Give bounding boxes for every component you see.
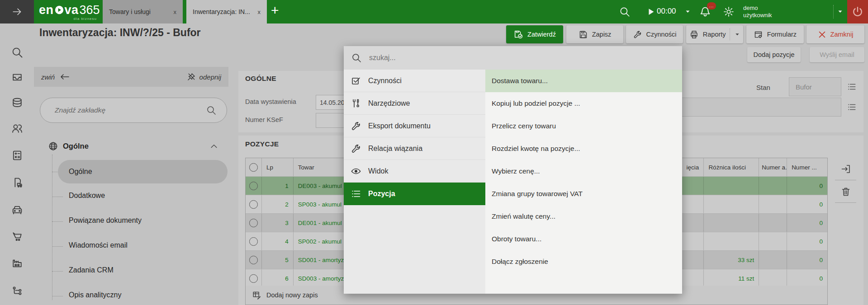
tab-close-icon[interactable]: x xyxy=(253,9,261,15)
close-x-icon xyxy=(818,30,826,39)
sidebar-item-powiazane-dokumenty[interactable]: Powiązane dokumenty xyxy=(69,216,218,227)
export-icon xyxy=(840,164,851,174)
cell-numer: 0 xyxy=(787,269,827,287)
rail-car-icon[interactable] xyxy=(11,204,24,216)
close-button[interactable]: Zamknij xyxy=(806,25,864,43)
submenu-item-zmien-walute[interactable]: Zmień walutę ceny... xyxy=(485,205,682,228)
row-radio[interactable] xyxy=(249,182,258,190)
globe-icon xyxy=(48,141,58,151)
play-icon[interactable] xyxy=(646,7,656,17)
rail-factory-icon[interactable] xyxy=(11,256,24,269)
menu-item-widok[interactable]: Widok xyxy=(344,160,485,183)
cell-numer: 0 xyxy=(787,177,827,195)
column-header-numer-a[interactable]: Numer a... xyxy=(759,158,787,176)
state-label: Stan xyxy=(756,84,770,91)
reports-dropdown-button[interactable] xyxy=(731,32,743,37)
unpin-button[interactable]: odepnij xyxy=(187,72,221,81)
button-label: Zapisz xyxy=(592,31,612,38)
menu-item-pozycja[interactable]: Pozycja xyxy=(344,183,485,205)
tree-group-label: Ogólne xyxy=(63,142,89,150)
rail-search-icon[interactable] xyxy=(11,46,24,59)
printer-icon xyxy=(689,30,699,39)
menu-search-input[interactable] xyxy=(368,53,506,62)
chevron-down-icon[interactable] xyxy=(684,9,691,14)
tab-close-icon[interactable]: x xyxy=(169,9,177,15)
rail-delivery-document-icon[interactable] xyxy=(11,176,24,189)
sidebar-item-wiadomosci-email[interactable]: Wiadomości email xyxy=(69,241,218,252)
submenu-item-zmiana-grupy-vat[interactable]: Zmiana grupy towarowej VAT xyxy=(485,183,682,205)
submenu-item-obroty-towaru[interactable]: Obroty towaru... xyxy=(485,228,682,250)
delete-row-button[interactable] xyxy=(835,180,856,203)
button-divider xyxy=(730,28,730,40)
tree-guide-line xyxy=(52,155,52,300)
timer-clock[interactable]: 00:00 xyxy=(657,7,676,16)
collapse-label[interactable]: zwiń xyxy=(41,73,55,81)
menu-item-czynnosci[interactable]: Czynności xyxy=(344,70,485,92)
tree-group-ogolne[interactable]: Ogólne xyxy=(48,141,89,151)
column-header-numer[interactable]: Numer ... xyxy=(787,158,827,176)
gear-icon[interactable] xyxy=(723,6,735,18)
submenu-item-przelicz-ceny[interactable]: Przelicz ceny towaru xyxy=(485,115,682,137)
submenu-item-rozdziel-kwote[interactable]: Rozdziel kwotę na pozycje... xyxy=(485,137,682,160)
save-button[interactable]: Zapisz xyxy=(566,25,623,43)
submenu-item-label: Dołącz zgłoszenie xyxy=(492,258,548,266)
row-radio[interactable] xyxy=(249,274,258,283)
secondary-list-icon[interactable] xyxy=(847,102,857,112)
menu-item-narzedziowe[interactable]: Narzędziowe xyxy=(344,92,485,115)
export-row-button[interactable] xyxy=(835,158,856,180)
new-tab-button[interactable]: + xyxy=(271,3,279,18)
form-button[interactable]: Formularz xyxy=(746,25,804,43)
rail-calculator-icon[interactable] xyxy=(11,149,24,162)
window-menu-chevron-icon[interactable] xyxy=(837,9,844,14)
cell-lp: 5 xyxy=(262,251,294,269)
send-email-button[interactable]: Wyślij email xyxy=(810,47,864,62)
rail-contacts-icon[interactable] xyxy=(11,122,24,135)
logo-text: va xyxy=(65,3,79,17)
rail-cart-icon[interactable] xyxy=(11,230,24,243)
submenu-item-wybierz-cene[interactable]: Wybierz cenę... xyxy=(485,160,682,183)
search-icon[interactable] xyxy=(619,6,631,18)
submenu-item-label: Rozdziel kwotę na pozycje... xyxy=(492,145,580,153)
row-radio[interactable] xyxy=(249,200,258,209)
rail-database-icon[interactable] xyxy=(11,97,24,109)
row-radio[interactable] xyxy=(249,256,258,264)
menu-item-eksport-dokumentu[interactable]: Eksport dokumentu xyxy=(344,115,485,137)
arrow-left-icon[interactable] xyxy=(59,73,70,81)
column-header-roznica-ilosci[interactable]: Różnica ilości xyxy=(704,158,759,176)
state-list-icon[interactable] xyxy=(847,82,857,92)
reports-button[interactable]: Raporty xyxy=(686,30,729,39)
column-header-lp[interactable]: Lp xyxy=(262,158,294,176)
bookmark-search-input[interactable] xyxy=(54,106,206,115)
user-menu[interactable]: demo użytkownik xyxy=(743,5,772,19)
tab-towary-i-uslugi[interactable]: Towary i usługi x xyxy=(103,0,183,23)
tools-icon xyxy=(351,98,361,109)
sidebar-item-zadania-crm[interactable]: Zadania CRM xyxy=(69,266,218,277)
actions-button[interactable]: Czynności xyxy=(626,25,683,43)
sidebar-item-dodatkowe[interactable]: Dodatkowe xyxy=(69,192,218,202)
chevron-up-icon[interactable] xyxy=(209,142,219,151)
approve-button[interactable]: Zatwierdź xyxy=(506,25,563,43)
cell-lp: 6 xyxy=(262,269,294,287)
submenu-item-label: Zmień walutę ceny... xyxy=(492,212,555,221)
sidebar-item-opis-analityczny[interactable]: Opis analityczny xyxy=(69,291,218,302)
rail-inbox-icon[interactable] xyxy=(11,71,24,84)
submenu-item-dolacz-zgloszenie[interactable]: Dołącz zgłoszenie xyxy=(485,250,682,273)
row-radio[interactable] xyxy=(249,219,258,227)
expand-sidebar-button[interactable] xyxy=(0,0,34,23)
header-radio[interactable] xyxy=(249,163,258,172)
sidebar-item-ogolne-selected[interactable]: Ogólne xyxy=(58,160,228,183)
cell-numer: 0 xyxy=(787,214,827,232)
row-radio[interactable] xyxy=(249,237,258,246)
power-button[interactable] xyxy=(847,0,868,23)
rail-hierarchy-icon[interactable] xyxy=(11,285,24,298)
submenu-item-kopiuj-lub-podziel[interactable]: Kopiuj lub podziel pozycje ... xyxy=(485,92,682,115)
menu-item-relacja-wiazania[interactable]: Relacja wiązania xyxy=(344,137,485,160)
state-field[interactable]: Bufor xyxy=(789,77,841,96)
submenu-item-dostawa-towaru[interactable]: Dostawa towaru... xyxy=(485,70,682,92)
add-items-button[interactable]: Dodaj pozycje xyxy=(747,47,801,62)
wrench-icon xyxy=(351,121,361,131)
cell-numer-a xyxy=(759,195,787,213)
button-label: Dodaj pozycje xyxy=(753,51,794,58)
cell-lp: 2 xyxy=(262,195,294,213)
tab-inwentaryzacja[interactable]: Inwentaryzacja: IN... x xyxy=(186,0,267,23)
